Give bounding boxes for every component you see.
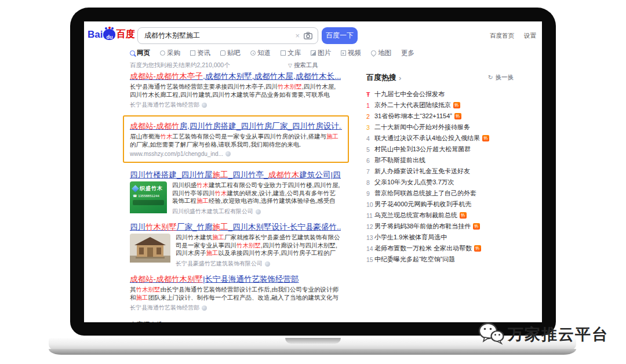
- title-text: 房,四川竹房搭建_四川竹房厂家_四川竹房设计...: [180, 122, 343, 130]
- hot-rank: 13: [366, 234, 374, 241]
- result-source[interactable]: 四川织盛竹木建筑工程有限公司: [172, 208, 341, 216]
- hot-search-item[interactable]: 3二十大新闻中心开始对外接待服务: [366, 122, 514, 133]
- tab-label: 贴吧: [227, 49, 241, 57]
- baidu-logo[interactable]: Bai du 百度: [88, 28, 134, 41]
- hot-search-panel: 百度热搜 换一换 十九届七中全会公报发布1京外二十大代表团陆续抵京热231省份昨…: [366, 72, 514, 265]
- title-text: 的厂家,如您需要了解厂家与价格,请联系我司,我们期待您的来电.: [130, 141, 301, 148]
- hot-search-item[interactable]: 十九届七中全会公报发布: [366, 89, 514, 100]
- result-text-wrap: 四川竹木建筑施工厂家就推荐长宁县豪盛竹艺建筑装饰有限公司是一家专业从事四川竹木别…: [176, 234, 341, 268]
- hot-item-text: 十九届七中全会公报发布: [374, 90, 445, 99]
- result-description: 眉山市蜀海竹木工艺装饰有限公司是一家专业从事四川竹房的设计,搭建与施工的厂家,如…: [130, 133, 342, 148]
- tab-网页[interactable]: 网页: [130, 49, 150, 57]
- hot-badge: 热: [454, 113, 461, 119]
- highlighted-term: 施工: [213, 170, 228, 179]
- hot-rank: 14: [366, 245, 374, 252]
- result-source[interactable]: 长宁县豪盛竹艺建筑装饰有限公司: [176, 260, 341, 268]
- hot-search-item[interactable]: 11乌克兰现总统宣布制裁前总统热: [366, 210, 514, 221]
- hot-search-title[interactable]: 百度热搜: [366, 72, 396, 83]
- hot-search-item[interactable]: 10男子花4000元网购手机收到手机壳: [366, 199, 514, 210]
- search-button[interactable]: 百度一下: [322, 27, 358, 44]
- watermark: 万家推云平台: [478, 321, 609, 348]
- chevron-right-icon[interactable]: [399, 74, 401, 82]
- link-settings[interactable]: 设置: [524, 32, 536, 40]
- result-title-link[interactable]: 成都站-成都竹房,四川竹房搭建_四川竹房厂家_四川竹房设计...: [130, 121, 342, 131]
- tab-采购[interactable]: 采购: [160, 49, 180, 57]
- results-column: 成都站-成都竹木亭子,成都竹木别墅,成都竹木屋,成都竹木长...长宁县海通竹艺装…: [130, 71, 341, 322]
- ask-icon: [250, 50, 256, 56]
- camera-icon[interactable]: [304, 32, 312, 39]
- hot-rank: 9: [366, 190, 374, 197]
- pinned-icon: [366, 91, 374, 98]
- site-badge-icon: [225, 151, 231, 156]
- hot-search-item[interactable]: 8父亲10年为女儿点赞3.7万次: [366, 177, 514, 188]
- results-list: 成都站-成都竹木亭子,成都竹木别墅,成都竹木屋,成都竹木长...长宁县海通竹艺装…: [130, 71, 341, 312]
- result-thumbnail[interactable]: [130, 234, 170, 268]
- hot-search-item[interactable]: 4联大通过决议不承认4地公投入俄结果热: [366, 133, 514, 144]
- highlighted-term: 竹木别墅: [136, 286, 161, 293]
- refresh-button[interactable]: 换一换: [488, 74, 514, 82]
- highlighted-term: 施工: [136, 294, 148, 301]
- result-url[interactable]: www.msshzy.com/p1/chengdu_ind...: [130, 151, 342, 157]
- result-title-link[interactable]: 成都站-成都竹木别墅|长宁县海通竹艺装饰经营部: [130, 274, 341, 284]
- hot-search-item[interactable]: 231省份昨增本土“322+1154”热: [366, 111, 514, 122]
- tab-资讯[interactable]: 资讯: [190, 49, 210, 57]
- result-title-link[interactable]: 四川竹木别墅厂家_竹廊施工_四川木别墅设计-长宁县豪盛竹...: [130, 222, 341, 232]
- hot-search-header: 百度热搜 换一换: [366, 72, 514, 83]
- page: Bai du 百度 × 百度一下 百度首页 设置 网页采购资讯贴吧知道文库图片视…: [0, 0, 626, 364]
- result-source[interactable]: 长宁县海通竹艺装饰经营部: [130, 304, 341, 312]
- clear-icon[interactable]: ×: [295, 31, 300, 40]
- tab-地图[interactable]: 地图: [371, 49, 391, 57]
- hot-search-item[interactable]: 14老师布置数一万粒米 全家出动帮数热: [366, 243, 514, 254]
- result-title-link[interactable]: 四川竹楼搭建_四川竹屋施工_四川竹亭_成都竹木建筑公司|四...: [130, 170, 341, 180]
- hot-search-item[interactable]: 15中纪委曝光多起“吃空饷”问题: [366, 254, 514, 265]
- search-tools-button[interactable]: 搜索工具: [288, 61, 318, 70]
- tab-图片[interactable]: 图片: [311, 49, 331, 57]
- title-text: 眉山市蜀海: [130, 133, 161, 140]
- search-result: 成都站-成都竹木亭子,成都竹木别墅,成都竹木屋,成都竹木长...长宁县海通竹艺装…: [130, 71, 341, 109]
- hot-search-item[interactable]: 13小学生1.9米被体育局选中: [366, 232, 514, 243]
- title-text: |长宁县海通竹艺装饰经营部: [203, 275, 299, 283]
- link-baidu-home[interactable]: 百度首页: [490, 32, 514, 40]
- result-thumbnail[interactable]: 织盛竹木☎ 13558851244: [130, 181, 167, 216]
- hot-rank: 10: [366, 201, 374, 208]
- company-logo-icon: [132, 185, 139, 192]
- title-text: 长宁县海通竹艺装饰经营部主要承接四川竹木亭子,四川: [130, 83, 278, 90]
- hot-search-item[interactable]: 9普京给阿联酋总统披上了自己的外套: [366, 188, 514, 199]
- site-badge-icon: [202, 103, 207, 108]
- highlighted-term: 施工: [326, 133, 339, 140]
- hot-rank: 2: [366, 113, 374, 120]
- hot-item-text: 老师布置数一万粒米 全家出动帮数: [374, 244, 472, 253]
- highlighted-term: 竹木别墅: [236, 242, 261, 249]
- cart-icon: [160, 50, 165, 56]
- hot-search-item[interactable]: 5村民山中捡到13公斤超大松茸菌群: [366, 144, 514, 155]
- hot-badge: 热: [482, 135, 489, 141]
- title-text: 四川: [130, 223, 145, 231]
- search-result: 成都站-成都竹木别墅|长宁县海通竹艺装饰经营部其竹木别墅由长宁县海通竹艺装饰经营…: [130, 274, 341, 312]
- title-text: 四川织盛: [172, 181, 196, 188]
- hot-rank: 8: [366, 179, 374, 186]
- tab-知道[interactable]: 知道: [250, 49, 271, 57]
- result-source[interactable]: 长宁县海通竹艺装饰经营部: [130, 101, 341, 109]
- news-icon: [190, 50, 195, 56]
- hot-search-item[interactable]: 12男子将妈妈38年前做的布鞋当挂件热: [366, 221, 514, 232]
- hot-rank: 4: [366, 135, 374, 142]
- hot-search-item[interactable]: 6那不勒斯提前出线: [366, 155, 514, 166]
- tab-视频[interactable]: 视频: [341, 49, 361, 57]
- hot-search-item[interactable]: 1京外二十大代表团陆续抵京热: [366, 100, 514, 111]
- title-text: 团队来上门设计、制作每一个工程产品、改造,融入了当地的建筑文化与元素,并增加了当…: [130, 294, 339, 302]
- highlighted-term: 竹木: [161, 133, 173, 140]
- tab-文库[interactable]: 文库: [281, 49, 301, 57]
- house-photo: [130, 234, 170, 263]
- tab-贴吧[interactable]: 贴吧: [220, 49, 241, 57]
- search-input[interactable]: [143, 31, 291, 41]
- highlighted-term: 成都站-成都竹: [130, 122, 180, 130]
- result-title-link[interactable]: 成都站-成都竹木亭子,成都竹木别墅,成都竹木屋,成都竹木长...: [130, 71, 341, 81]
- tab-label: 知道: [257, 49, 271, 57]
- result-body: 四川竹木建筑施工厂家就推荐长宁县豪盛竹艺建筑装饰有限公司是一家专业从事四川竹木别…: [130, 234, 341, 268]
- title-text: 四川竹楼搭建_四川竹屋: [130, 170, 213, 179]
- hot-search-item[interactable]: 7新人办婚宴设计礼金互免卡送好友: [366, 166, 514, 177]
- search-box: ×: [137, 27, 318, 44]
- highlighted-term: 施工: [206, 249, 219, 256]
- hot-item-text: 男子将妈妈38年前做的布鞋当挂件: [374, 222, 471, 231]
- tab-更多[interactable]: 更多: [401, 49, 414, 57]
